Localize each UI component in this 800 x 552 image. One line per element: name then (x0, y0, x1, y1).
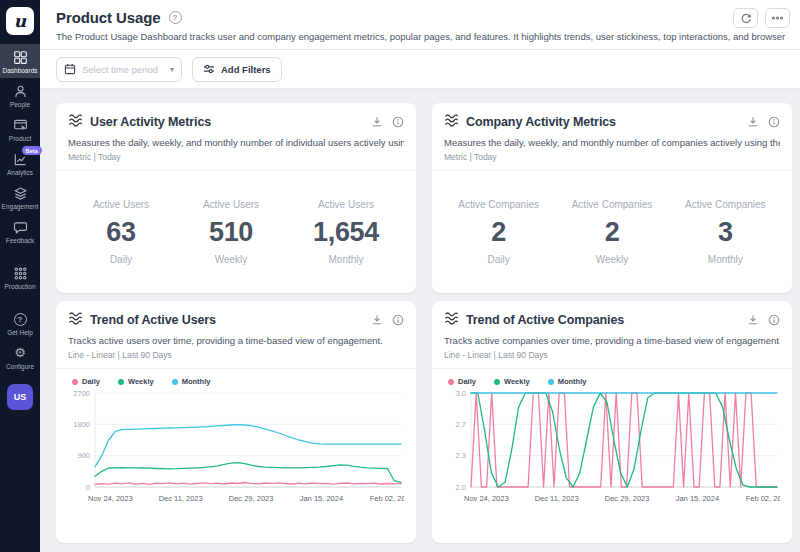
download-icon[interactable] (747, 116, 759, 128)
metric-value: 1,654 (313, 217, 379, 248)
card-meta: Line - Linear | Last 90 Days (444, 350, 780, 360)
calendar-icon (64, 63, 76, 75)
sidebar-item-label: Feedback (6, 237, 35, 244)
analytics-icon: Beta (13, 151, 28, 167)
add-filters-button[interactable]: Add Filters (192, 57, 282, 82)
metric-period: Weekly (203, 254, 259, 265)
sidebar-item-get-help[interactable]: ? Get Help (0, 306, 40, 340)
x-tick-label: Feb 02, 2024 (370, 494, 404, 503)
y-tick-label: 2.3 (456, 451, 466, 460)
legend: DailyWeeklyMonthly (448, 377, 780, 386)
y-tick-label: 0 (86, 483, 90, 492)
refresh-button[interactable] (733, 8, 758, 28)
metric-period: Weekly (572, 254, 653, 265)
card-title: User Activity Metrics (90, 115, 364, 129)
legend-label: Monthly (182, 377, 211, 386)
metric-period: Monthly (685, 254, 766, 265)
legend-dot (172, 379, 178, 385)
sidebar-item-dashboards[interactable]: Dashboards (0, 44, 40, 78)
sidebar-item-product[interactable]: Product (0, 112, 40, 146)
card-title: Company Activity Metrics (466, 115, 740, 129)
info-icon[interactable] (768, 314, 780, 326)
legend-label: Daily (458, 377, 476, 386)
card-meta: Metric | Today (444, 152, 780, 162)
sidebar-item-production[interactable]: Production (0, 260, 40, 294)
legend-item-daily[interactable]: Daily (448, 377, 476, 386)
metric-monthly: Active Companies 3 Monthly (685, 199, 766, 265)
download-icon[interactable] (371, 314, 383, 326)
legend-item-daily[interactable]: Daily (72, 377, 100, 386)
dashboard-content: User Activity Metrics Measures the daily… (40, 89, 800, 552)
legend-item-monthly[interactable]: Monthly (172, 377, 211, 386)
user-avatar[interactable]: US (7, 384, 33, 410)
sidebar-item-configure[interactable]: ⚙ Configure (0, 340, 40, 374)
metric-daily: Active Companies 2 Daily (458, 199, 539, 265)
add-filters-label: Add Filters (221, 64, 271, 75)
line-chart[interactable]: 3.02.72.32.0Nov 24, 2023Dec 11, 2023Dec … (444, 388, 780, 512)
legend-label: Daily (82, 377, 100, 386)
card-meta: Line - Linear | Last 90 Days (68, 350, 404, 360)
legend-item-weekly[interactable]: Weekly (118, 377, 154, 386)
sidebar-item-label: Get Help (7, 329, 33, 336)
info-icon[interactable] (768, 116, 780, 128)
metric-weekly: Active Companies 2 Weekly (572, 199, 653, 265)
x-tick-label: Jan 15, 2024 (676, 494, 719, 503)
sidebar-item-label: Dashboards (2, 67, 37, 74)
card-trend-active-users: Trend of Active Users Tracks active user… (56, 301, 416, 543)
x-tick-label: Nov 24, 2023 (464, 494, 509, 503)
metric-card-icon (68, 113, 83, 131)
x-tick-label: Dec 11, 2023 (535, 494, 579, 503)
info-icon[interactable] (392, 116, 404, 128)
line-chart[interactable]: 270018009000Nov 24, 2023Dec 11, 2023Dec … (68, 388, 404, 512)
main-area: Product Usage ? The Product Usage Dashbo… (40, 0, 800, 552)
metric-period: Daily (458, 254, 539, 265)
info-icon[interactable] (392, 314, 404, 326)
sidebar-item-label: Configure (6, 363, 34, 370)
metric-value: 63 (93, 217, 149, 248)
title-help-icon[interactable]: ? (169, 11, 182, 24)
people-icon (13, 83, 28, 99)
download-icon[interactable] (747, 314, 759, 326)
sidebar-item-people[interactable]: People (0, 78, 40, 112)
metric-card-icon (444, 311, 459, 329)
download-icon[interactable] (371, 116, 383, 128)
help-glyph: ? (173, 13, 178, 22)
legend-dot (448, 379, 454, 385)
time-period-placeholder: Select time period (82, 64, 164, 75)
more-options-button[interactable] (765, 8, 790, 28)
dashboards-icon (13, 49, 28, 65)
chart-trend-active-companies: DailyWeeklyMonthly 3.02.72.32.0Nov 24, 2… (432, 369, 792, 516)
y-tick-label: 3.0 (456, 389, 466, 398)
legend-item-weekly[interactable]: Weekly (494, 377, 530, 386)
sidebar-item-analytics[interactable]: Beta Analytics (0, 146, 40, 180)
legend-item-monthly[interactable]: Monthly (548, 377, 587, 386)
legend-label: Weekly (128, 377, 154, 386)
metric-daily: Active Users 63 Daily (93, 199, 149, 265)
metric-card-icon (68, 311, 83, 329)
sidebar-item-engagement[interactable]: Engagement (0, 180, 40, 214)
production-icon (13, 265, 28, 281)
metric-label: Active Users (93, 199, 149, 210)
x-tick-label: Nov 24, 2023 (88, 494, 133, 503)
time-period-select[interactable]: Select time period ▾ (56, 57, 182, 82)
beta-badge: Beta (22, 146, 42, 155)
metric-value: 2 (458, 217, 539, 248)
sidebar: u Dashboards People Product Beta Anal (0, 0, 40, 552)
y-tick-label: 900 (77, 451, 90, 460)
metric-period: Monthly (313, 254, 379, 265)
x-tick-label: Dec 11, 2023 (159, 494, 203, 503)
metric-weekly: Active Users 510 Weekly (203, 199, 259, 265)
metric-label: Active Users (313, 199, 379, 210)
y-tick-label: 2.0 (456, 483, 466, 492)
series-line-weekly (95, 463, 401, 483)
card-meta: Metric | Today (68, 152, 404, 162)
gear-icon: ⚙ (14, 345, 26, 361)
legend-label: Weekly (504, 377, 530, 386)
avatar-initials: US (14, 392, 27, 402)
card-title: Trend of Active Users (90, 313, 364, 327)
userpilot-logo[interactable]: u (6, 7, 34, 35)
metric-value: 2 (572, 217, 653, 248)
sidebar-item-feedback[interactable]: Feedback (0, 214, 40, 248)
metric-period: Daily (93, 254, 149, 265)
metric-label: Active Companies (458, 199, 539, 210)
